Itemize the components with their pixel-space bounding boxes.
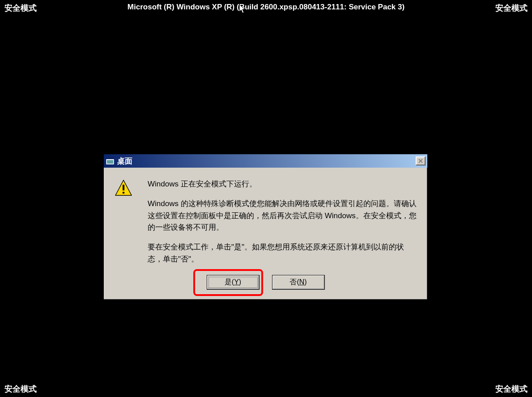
dialog-titlebar[interactable]: 桌面 <box>104 154 427 168</box>
dialog-message-line1: Windows 正在安全模式下运行。 <box>148 178 417 190</box>
close-button[interactable] <box>416 156 426 165</box>
yes-button[interactable]: 是(Y) <box>207 275 260 290</box>
dialog-message-area: Windows 正在安全模式下运行。 Windows 的这种特殊诊断模式使您能解… <box>140 178 417 265</box>
dialog-title: 桌面 <box>117 156 416 166</box>
dialog-message-line3: 要在安全模式工作，单击"是"。如果您想用系统还原来还原计算机到以前的状态，单击"… <box>148 241 417 265</box>
svg-rect-3 <box>123 185 124 190</box>
safe-mode-corner-br: 安全模式 <box>495 384 528 394</box>
svg-rect-2 <box>107 160 113 164</box>
no-button[interactable]: 否(N) <box>272 275 325 290</box>
safe-mode-corner-tr: 安全模式 <box>495 3 528 13</box>
safe-mode-dialog: 桌面 Windows 正在安全模式下运行。 Windows 的这种特殊诊断模式使… <box>103 154 428 300</box>
desktop-icon <box>106 156 115 165</box>
close-icon <box>418 158 423 165</box>
warning-icon <box>115 179 132 197</box>
dialog-message-line2: Windows 的这种特殊诊断模式使您能解决由网络或硬件设置引起的问题。请确认这… <box>148 198 417 233</box>
no-button-label: 否(N) <box>289 278 306 287</box>
svg-rect-1 <box>106 157 114 159</box>
safe-mode-corner-bl: 安全模式 <box>4 384 37 394</box>
dialog-icon-area <box>115 178 140 265</box>
svg-point-4 <box>123 192 125 194</box>
dialog-button-row: 是(Y) 否(N) <box>104 270 427 300</box>
os-build-header: Microsoft (R) Windows XP (R) (Build 2600… <box>128 3 404 12</box>
safe-mode-corner-tl: 安全模式 <box>4 3 37 13</box>
yes-button-label: 是(Y) <box>225 278 241 287</box>
dialog-body: Windows 正在安全模式下运行。 Windows 的这种特殊诊断模式使您能解… <box>104 168 427 270</box>
